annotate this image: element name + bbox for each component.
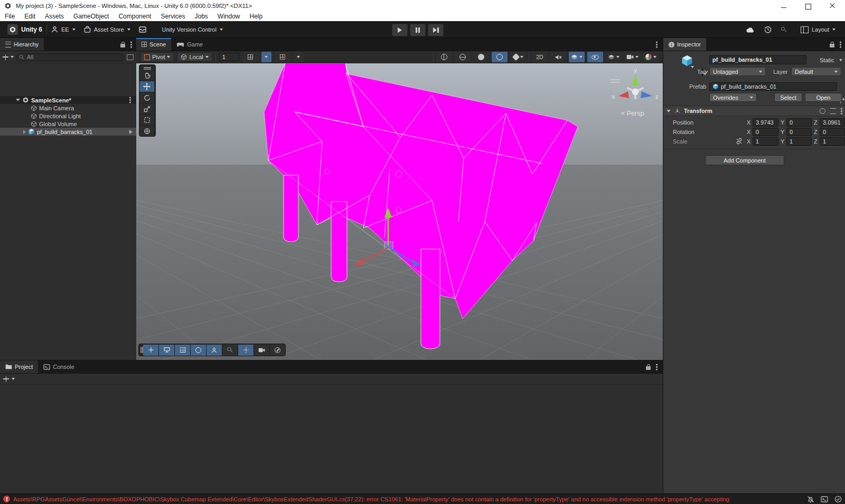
shading-shaded-icon[interactable] xyxy=(473,52,489,62)
scene-row-menu-icon[interactable] xyxy=(129,99,131,101)
undo-history-icon[interactable] xyxy=(764,26,772,33)
panel-menu-icon[interactable] xyxy=(130,44,132,45)
tab-scene[interactable]: Scene xyxy=(136,38,171,51)
version-control-dropdown[interactable]: Unity Version Control xyxy=(158,23,227,36)
play-button[interactable] xyxy=(392,24,408,36)
inbox-button[interactable] xyxy=(135,23,151,36)
rotation-z-field[interactable]: 0 xyxy=(820,128,845,136)
sphere-overlay-button[interactable] xyxy=(191,345,206,356)
lock-icon[interactable] xyxy=(830,44,834,47)
shading-shaded-wire-icon[interactable] xyxy=(455,52,471,62)
camera-dropdown[interactable] xyxy=(624,52,640,62)
rotation-x-field[interactable]: 0 xyxy=(753,128,778,136)
link-scale-icon[interactable] xyxy=(736,138,743,145)
component-menu-icon[interactable] xyxy=(841,110,842,112)
grids-dropdown[interactable] xyxy=(606,52,622,62)
menu-jobs[interactable]: Jobs xyxy=(190,11,212,21)
menu-assets[interactable]: Assets xyxy=(40,11,69,21)
hierarchy-scene-row[interactable]: SampleScene* xyxy=(0,96,136,104)
overlay-drag-handle[interactable] xyxy=(139,65,155,70)
help-icon[interactable] xyxy=(820,108,825,114)
expand-icon[interactable] xyxy=(16,99,20,101)
effects-toggle-dropdown[interactable] xyxy=(569,52,585,62)
add-dropdown-icon[interactable] xyxy=(11,56,14,58)
tab-hierarchy[interactable]: Hierarchy xyxy=(0,38,44,51)
expand-icon[interactable] xyxy=(23,130,26,134)
tasks-ok-icon[interactable] xyxy=(834,496,842,503)
menu-edit[interactable]: Edit xyxy=(20,11,40,21)
rect-tool[interactable] xyxy=(139,115,154,126)
panel-menu-icon[interactable] xyxy=(656,366,658,368)
panel-menu-icon[interactable] xyxy=(840,44,841,45)
scale-z-field[interactable]: 1 xyxy=(820,137,845,146)
close-button[interactable] xyxy=(829,3,835,9)
lock-icon[interactable] xyxy=(120,44,125,47)
statusbar[interactable]: Assets\RPGAssetsGüncel\Environments\BOXO… xyxy=(0,493,845,504)
grid-snap-dropdown-icon[interactable] xyxy=(261,52,271,62)
2d-toggle[interactable]: 2D xyxy=(532,52,548,62)
maximize-button[interactable] xyxy=(805,3,811,9)
static-dropdown-icon[interactable] xyxy=(839,59,842,61)
move-overlay-button[interactable] xyxy=(143,345,159,356)
rotate-tool[interactable] xyxy=(139,92,154,103)
minimize-button[interactable] xyxy=(781,3,787,9)
grid-overlay-button[interactable] xyxy=(175,345,191,356)
menu-help[interactable]: Help xyxy=(245,11,268,21)
increment-snap-dropdown-icon[interactable] xyxy=(294,52,304,62)
menu-component[interactable]: Component xyxy=(114,11,156,21)
tab-project[interactable]: Project xyxy=(0,360,38,373)
move-tool[interactable] xyxy=(139,81,154,92)
lighting-toggle-icon[interactable] xyxy=(492,52,508,62)
grid-snap-button[interactable] xyxy=(242,52,258,62)
add-component-button[interactable]: Add Component xyxy=(705,155,784,165)
camera-overlay-button[interactable] xyxy=(254,345,270,356)
global-search-icon[interactable] xyxy=(781,27,787,33)
rendering-debug-dropdown[interactable] xyxy=(510,52,526,62)
create-dropdown-icon[interactable] xyxy=(12,378,15,380)
step-button[interactable] xyxy=(428,24,444,36)
scene-viewport[interactable]: y x z < Persp xyxy=(136,63,663,361)
avatar-overlay-button[interactable] xyxy=(206,345,222,356)
hierarchy-item-selected-prefab[interactable]: pf_build_barracks_01 xyxy=(0,128,136,136)
tab-inspector[interactable]: Inspector xyxy=(663,38,706,51)
hierarchy-item-main-camera[interactable]: Main Camera xyxy=(31,104,74,112)
select-button[interactable]: Select xyxy=(774,93,802,102)
pivot-dropdown[interactable]: Pivot xyxy=(140,52,174,62)
asset-store-dropdown[interactable]: Asset Store xyxy=(80,23,135,36)
snap-overlay-button[interactable] xyxy=(159,345,175,356)
header-fold-icon[interactable] xyxy=(691,66,694,68)
fold-icon[interactable] xyxy=(666,110,671,112)
prefab-open-chevron[interactable] xyxy=(129,130,132,134)
layer-dropdown[interactable]: Default xyxy=(791,67,841,76)
notifications-muted-icon[interactable] xyxy=(807,496,814,503)
gizmos-dropdown[interactable] xyxy=(643,52,659,62)
tab-console[interactable]: Console xyxy=(38,360,79,373)
hierarchy-search-input[interactable]: All xyxy=(16,53,125,61)
search-overlay-button[interactable] xyxy=(222,345,238,356)
scale-tool[interactable] xyxy=(139,103,154,115)
tab-game[interactable]: Game xyxy=(171,38,208,51)
console-status-icon[interactable] xyxy=(821,496,828,502)
scale-y-field[interactable]: 1 xyxy=(786,137,812,146)
hierarchy-item-directional-light[interactable]: Directional Light xyxy=(31,112,81,120)
scene-visibility-eye-icon[interactable] xyxy=(587,52,603,62)
compass-overlay-button[interactable] xyxy=(270,345,285,356)
position-z-field[interactable]: 3.0961 xyxy=(820,118,845,127)
unity-hub-button[interactable]: Unity 6 xyxy=(3,23,46,36)
handle-orientation-dropdown[interactable]: Local xyxy=(177,52,212,62)
gameobject-name-field[interactable]: pf_build_barracks_01 xyxy=(709,55,806,64)
gizmo-overlay-button[interactable] xyxy=(238,345,254,356)
console-error-message[interactable]: Assets\RPGAssetsGüncel\Environments\BOXO… xyxy=(13,496,729,502)
cloud-services-icon[interactable] xyxy=(746,27,755,33)
pause-button[interactable] xyxy=(410,24,426,36)
add-gameobject-button[interactable] xyxy=(3,54,8,60)
audio-mute-icon[interactable] xyxy=(550,52,566,62)
overrides-dropdown[interactable]: Overrides xyxy=(709,93,757,102)
scene-panel-menu-icon[interactable] xyxy=(656,44,658,45)
presets-icon[interactable] xyxy=(830,108,836,114)
create-asset-button[interactable] xyxy=(3,376,9,382)
menu-window[interactable]: Window xyxy=(213,11,245,21)
layout-dropdown[interactable]: Layout xyxy=(796,23,840,36)
hierarchy-item-global-volume[interactable]: Global Volume xyxy=(31,120,77,128)
increment-snap-button[interactable] xyxy=(275,52,290,62)
